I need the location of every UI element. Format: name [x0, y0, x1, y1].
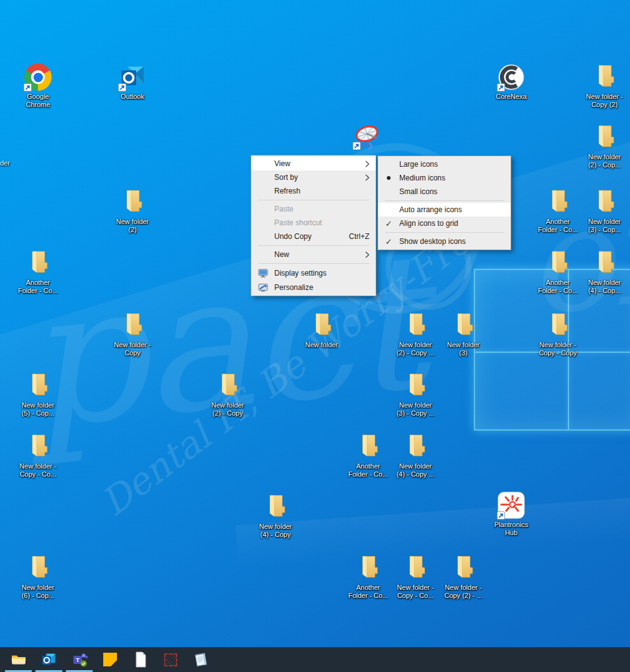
menu-item-align-icons-to-grid[interactable]: ✓Align icons to grid — [378, 217, 511, 230]
desktop-icon-new-folder-4-copy[interactable]: New folder(4) - Copy — [249, 493, 302, 539]
folder-icon[interactable] — [578, 250, 630, 278]
desktop-icon-label[interactable]: New folder(3) - Copy ... — [389, 401, 442, 418]
desktop-icon-another-folder-co[interactable]: AnotherFolder - Co... — [532, 250, 584, 295]
desktop-icon-satellite[interactable] — [341, 122, 393, 151]
desktop-icon-outlook[interactable]: Outlook — [106, 63, 159, 101]
desktop-icon-label[interactable]: New folder -Copy (2) — [578, 93, 630, 109]
desktop-icon-label[interactable]: CoreNexa — [485, 93, 537, 101]
desktop-icon-another-folder-co[interactable]: AnotherFolder - Co... — [342, 554, 394, 600]
desktop-icon-label[interactable]: New folder — [295, 341, 348, 349]
menu-item-view[interactable]: View — [251, 157, 376, 170]
folder-icon[interactable] — [12, 433, 64, 462]
taskbar-item-outlook[interactable] — [34, 647, 64, 672]
desktop-icon-new-folder-2-cop[interactable]: New folder(2) - Cop... — [578, 124, 630, 169]
desktop-icon-new-folder-copy[interactable]: New folder -Copy — [106, 312, 159, 357]
desktop-icon-new-folder-copy-co[interactable]: New folder -Copy - Co... — [12, 433, 64, 478]
desktop-icon-new-folder-2-copy[interactable]: New folder(2) - Copy ... — [389, 312, 442, 357]
taskbar-item-broken-shortcut[interactable] — [155, 647, 186, 672]
desktop-icon-label[interactable]: New folder(2) - Copy ... — [389, 341, 442, 357]
menu-item-paste-shortcut[interactable]: Paste shortcut — [251, 216, 376, 230]
menu-item-display-settings[interactable]: Display settings — [251, 266, 376, 280]
folder-icon[interactable] — [12, 250, 64, 278]
desktop-icon-label[interactable]: Outlook — [106, 93, 159, 101]
desktop-icon-new-folder-3-copy[interactable]: New folder(3) - Copy ... — [389, 372, 442, 418]
desktop-icon-new-folder-copy-2[interactable]: New folder -Copy (2) — [578, 63, 630, 109]
folder-icon[interactable] — [295, 312, 348, 340]
folder-icon[interactable] — [342, 433, 394, 462]
desktop-icon-new-folder-3[interactable]: New folder(3) — [437, 312, 489, 357]
desktop-icon-label[interactable]: New folder(4) - Copy ... — [389, 462, 442, 478]
desktop-icon-label[interactable]: New folder(4) - Copy — [249, 523, 302, 539]
desktop-icon-label[interactable]: PlantronicsHub — [485, 521, 537, 537]
desktop-icon-another-folder-co[interactable]: AnotherFolder - Co... — [532, 189, 584, 234]
desktop-icon-label[interactable]: AnotherFolder - Co... — [342, 462, 394, 478]
desktop-icon-label[interactable]: New folder -Copy - Co... — [12, 462, 64, 478]
desktop-icon-new-folder-2[interactable]: New folder(2) — [106, 189, 159, 234]
desktop-icon-label[interactable]: GoogleChrome — [12, 93, 64, 109]
folder-icon[interactable] — [202, 372, 254, 401]
desktop-icon-new-folder-4-cop[interactable]: New folder(4) - Cop... — [578, 250, 630, 295]
folder-icon[interactable] — [389, 372, 442, 401]
menu-item-undo-copy[interactable]: Undo CopyCtrl+Z — [251, 230, 376, 243]
taskbar-item-notepad[interactable] — [186, 647, 216, 672]
taskbar-item-sticky-notes[interactable] — [95, 647, 125, 672]
folder-icon[interactable] — [532, 189, 584, 217]
folder-icon[interactable] — [437, 312, 489, 340]
desktop-icon-label[interactable]: New folder -Copy - Co... — [389, 584, 442, 600]
desktop-icon-label[interactable]: New folder(2) - Cop... — [578, 153, 630, 169]
taskbar-item-teams[interactable]: T — [64, 647, 95, 672]
taskbar-item-file-explorer[interactable] — [3, 647, 34, 672]
desktop-icon-label[interactable]: New folder -Copy — [106, 341, 159, 357]
desktop-icon-new-folder-3-cop[interactable]: New folder(3) - Cop... — [578, 189, 630, 234]
desktop-icon-new-folder-copy-copy[interactable]: New folder -Copy - Copy — [532, 312, 584, 357]
folder-icon[interactable] — [106, 312, 159, 340]
menu-item-large-icons[interactable]: Large icons — [378, 157, 511, 171]
menu-item-personalize[interactable]: Personalize — [251, 280, 376, 294]
folder-icon[interactable] — [249, 493, 302, 522]
satellite-icon[interactable] — [341, 122, 393, 151]
outlook-icon[interactable] — [106, 63, 159, 92]
folder-icon[interactable] — [389, 433, 442, 462]
desktop-icon-new-folder-2-copy[interactable]: New folder(2) - Copy — [202, 372, 254, 418]
desktop-icon-another-folder-co[interactable]: AnotherFolder - Co... — [12, 250, 64, 295]
chrome-icon[interactable] — [12, 63, 64, 92]
desktop-icon-label[interactable]: New folder(3) — [437, 341, 489, 357]
desktop-icon-label[interactable]: New folder(2) — [106, 218, 159, 234]
menu-item-refresh[interactable]: Refresh — [251, 184, 376, 198]
corenexa-icon[interactable] — [485, 63, 537, 92]
cutoff-folder-label[interactable]: der — [0, 159, 10, 167]
desktop-icon-label[interactable]: New folder -Copy - Copy — [532, 341, 584, 357]
desktop-icon-google-chrome[interactable]: GoogleChrome — [12, 63, 64, 109]
desktop-icon-new-folder-6-cop[interactable]: New folder(6) - Cop... — [12, 554, 64, 600]
menu-item-small-icons[interactable]: Small icons — [378, 185, 511, 198]
folder-icon[interactable] — [437, 554, 489, 583]
desktop-icon-label[interactable]: New folder(5) - Cop... — [12, 401, 64, 418]
menu-item-new[interactable]: New — [251, 248, 376, 261]
desktop-icon-new-folder-4-copy[interactable]: New folder(4) - Copy ... — [389, 433, 442, 478]
folder-icon[interactable] — [578, 124, 630, 152]
folder-icon[interactable] — [532, 250, 584, 278]
menu-item-auto-arrange-icons[interactable]: Auto arrange icons — [378, 203, 511, 217]
desktop-icon-new-folder-copy-2[interactable]: New folder -Copy (2) - ... — [437, 554, 489, 600]
desktop-icon-corenexa[interactable]: CoreNexa — [485, 63, 537, 101]
desktop-icon-label[interactable]: AnotherFolder - Co... — [342, 584, 394, 600]
folder-icon[interactable] — [578, 63, 630, 92]
desktop-icon-new-folder[interactable]: New folder — [295, 312, 348, 349]
folder-icon[interactable] — [532, 312, 584, 340]
menu-item-sort-by[interactable]: Sort by — [251, 170, 376, 184]
desktop-icon-new-folder-copy-co[interactable]: New folder -Copy - Co... — [389, 554, 442, 600]
folder-icon[interactable] — [342, 554, 394, 583]
taskbar-item-document[interactable] — [125, 647, 155, 672]
desktop-icon-label[interactable]: AnotherFolder - Co... — [532, 279, 584, 295]
desktop-icon-another-folder-co[interactable]: AnotherFolder - Co... — [342, 433, 394, 478]
menu-item-show-desktop-icons[interactable]: ✓Show desktop icons — [378, 235, 511, 248]
desktop-icon-label[interactable]: New folder(4) - Cop... — [578, 279, 630, 295]
plantronics-icon[interactable] — [485, 492, 537, 520]
desktop-icon-new-folder-5-cop[interactable]: New folder(5) - Cop... — [12, 372, 64, 418]
folder-icon[interactable] — [389, 312, 442, 340]
desktop-icon-label[interactable]: New folder(3) - Cop... — [578, 218, 630, 234]
folder-icon[interactable] — [12, 372, 64, 401]
desktop-icon-label[interactable]: AnotherFolder - Co... — [532, 218, 584, 234]
desktop-icon-label[interactable]: New folder -Copy (2) - ... — [437, 584, 489, 600]
folder-icon[interactable] — [12, 554, 64, 583]
